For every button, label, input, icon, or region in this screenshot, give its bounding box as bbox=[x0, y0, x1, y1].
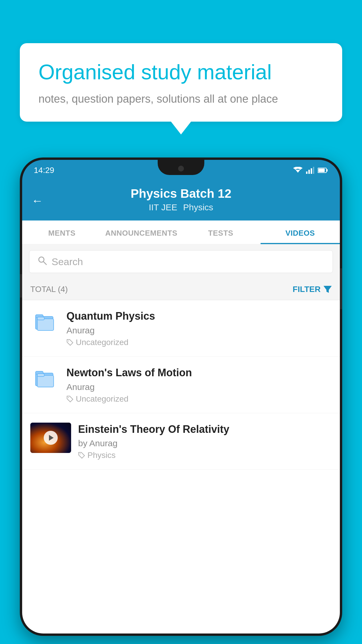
tab-bar: MENTS ANNOUNCEMENTS TESTS VIDEOS bbox=[22, 220, 340, 244]
header-title: Physics Batch 12 bbox=[34, 187, 328, 201]
tab-tests[interactable]: TESTS bbox=[181, 220, 261, 244]
header-subtitle-physics: Physics bbox=[183, 202, 213, 212]
svg-rect-3 bbox=[311, 168, 312, 174]
folder-icon-wrap bbox=[30, 366, 59, 388]
tag-icon bbox=[66, 396, 73, 402]
folder-icon bbox=[34, 367, 55, 388]
video-info: Quantum Physics Anurag Uncategorized bbox=[66, 309, 332, 347]
svg-point-20 bbox=[68, 397, 69, 398]
svg-point-15 bbox=[68, 340, 69, 341]
video-title: Newton's Laws of Motion bbox=[66, 366, 332, 380]
list-item[interactable]: Newton's Laws of Motion Anurag Uncategor… bbox=[22, 357, 340, 413]
tab-announcements[interactable]: ANNOUNCEMENTS bbox=[102, 220, 181, 244]
search-bar-container: Search bbox=[22, 244, 340, 279]
video-info: Einstein's Theory Of Relativity by Anura… bbox=[78, 423, 332, 460]
svg-rect-18 bbox=[37, 375, 54, 387]
tab-videos[interactable]: VIDEOS bbox=[261, 220, 340, 244]
svg-rect-7 bbox=[318, 169, 325, 172]
svg-rect-13 bbox=[37, 319, 54, 330]
camera bbox=[178, 166, 184, 172]
phone-frame: 14:29 bbox=[20, 158, 342, 636]
search-icon bbox=[38, 256, 47, 267]
video-title: Einstein's Theory Of Relativity bbox=[78, 423, 332, 436]
folder-icon-wrap bbox=[30, 309, 59, 332]
video-info: Newton's Laws of Motion Anurag Uncategor… bbox=[66, 366, 332, 404]
svg-rect-6 bbox=[326, 169, 328, 172]
video-author: by Anurag bbox=[78, 438, 332, 448]
video-tag: Physics bbox=[78, 451, 332, 460]
tag-icon bbox=[78, 452, 85, 459]
speech-bubble: Organised study material notes, question… bbox=[20, 43, 342, 122]
svg-rect-1 bbox=[306, 172, 307, 174]
speech-bubble-section: Organised study material notes, question… bbox=[20, 43, 342, 122]
list-item[interactable]: Einstein's Theory Of Relativity by Anura… bbox=[22, 413, 340, 470]
total-count: TOTAL (4) bbox=[30, 285, 68, 294]
svg-line-9 bbox=[43, 262, 46, 265]
filter-button[interactable]: FILTER bbox=[293, 285, 332, 294]
video-author: Anurag bbox=[66, 382, 332, 392]
bubble-subtitle: notes, question papers, solutions all at… bbox=[38, 93, 324, 105]
phone-inner: 14:29 bbox=[22, 160, 340, 634]
folder-icon bbox=[34, 311, 55, 332]
play-triangle-icon bbox=[49, 435, 54, 441]
status-icons bbox=[293, 167, 328, 174]
video-thumbnail bbox=[30, 423, 71, 453]
notch bbox=[158, 160, 204, 175]
svg-rect-14 bbox=[37, 317, 44, 320]
video-author: Anurag bbox=[66, 326, 332, 335]
svg-marker-10 bbox=[324, 286, 332, 293]
video-tag: Uncategorized bbox=[66, 338, 332, 347]
status-bar: 14:29 bbox=[22, 160, 340, 181]
svg-point-21 bbox=[80, 454, 81, 454]
wifi-icon bbox=[293, 167, 303, 174]
video-list: Quantum Physics Anurag Uncategorized bbox=[22, 300, 340, 470]
tab-ments[interactable]: MENTS bbox=[22, 220, 102, 244]
app-header: ← Physics Batch 12 IIT JEE Physics bbox=[22, 181, 340, 220]
search-input-wrapper[interactable]: Search bbox=[29, 250, 333, 273]
back-button[interactable]: ← bbox=[31, 194, 43, 207]
filter-label: FILTER bbox=[293, 285, 321, 294]
svg-rect-4 bbox=[313, 167, 314, 174]
filter-icon bbox=[324, 285, 332, 293]
tag-icon bbox=[66, 339, 73, 346]
list-item[interactable]: Quantum Physics Anurag Uncategorized bbox=[22, 300, 340, 357]
header-subtitle-iitjee: IIT JEE bbox=[149, 202, 177, 212]
svg-rect-19 bbox=[37, 374, 44, 377]
svg-marker-0 bbox=[296, 170, 300, 173]
bubble-title: Organised study material bbox=[38, 60, 324, 85]
play-button[interactable] bbox=[44, 431, 58, 445]
video-title: Quantum Physics bbox=[66, 309, 332, 323]
battery-icon bbox=[318, 167, 328, 173]
video-tag: Uncategorized bbox=[66, 394, 332, 404]
header-subtitle: IIT JEE Physics bbox=[34, 202, 328, 212]
screen: ← Physics Batch 12 IIT JEE Physics MENTS… bbox=[22, 181, 340, 634]
svg-rect-2 bbox=[308, 170, 310, 174]
search-placeholder: Search bbox=[52, 256, 83, 267]
signal-icon bbox=[306, 167, 314, 174]
filter-bar: TOTAL (4) FILTER bbox=[22, 279, 340, 300]
